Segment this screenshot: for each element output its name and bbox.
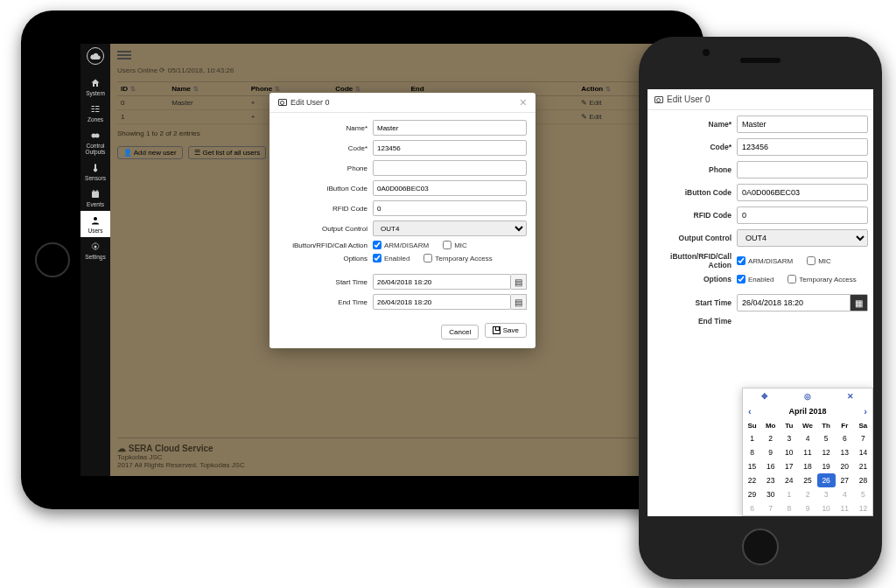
dp-month[interactable]: April 2018 bbox=[788, 407, 826, 416]
rfid-field[interactable] bbox=[373, 200, 527, 216]
dp-day[interactable]: 10 bbox=[780, 445, 798, 459]
dp-day[interactable]: 9 bbox=[761, 445, 780, 459]
dp-day[interactable]: 2 bbox=[761, 431, 780, 445]
label-name: Name bbox=[278, 124, 373, 132]
p-output-select[interactable]: OUT4 bbox=[737, 229, 868, 247]
dp-day[interactable]: 5 bbox=[817, 431, 836, 445]
code-field[interactable] bbox=[373, 140, 527, 156]
p-arm-check[interactable]: ARM/DISARM bbox=[737, 256, 793, 265]
sidebar-item-events[interactable]: Events bbox=[80, 185, 110, 211]
p-phone-field[interactable] bbox=[737, 161, 868, 178]
dp-day[interactable]: 11 bbox=[836, 501, 854, 515]
dp-day[interactable]: 3 bbox=[817, 487, 836, 501]
add-user-button[interactable]: 👤 Add new user bbox=[117, 146, 183, 159]
dp-day[interactable]: 10 bbox=[817, 501, 836, 515]
p-start-field[interactable] bbox=[737, 294, 850, 312]
calendar-icon[interactable]: ▤ bbox=[511, 294, 527, 310]
dp-day[interactable]: 5 bbox=[854, 487, 872, 501]
name-field[interactable] bbox=[373, 120, 527, 136]
dp-day[interactable]: 2 bbox=[798, 487, 816, 501]
ibutton-field[interactable] bbox=[373, 180, 527, 196]
tablet-frame: System Zones Control Outputs Sensors Eve… bbox=[21, 10, 704, 509]
dp-day[interactable]: 1 bbox=[780, 487, 798, 501]
temp-check[interactable]: Temporary Access bbox=[424, 254, 492, 262]
start-field[interactable] bbox=[373, 274, 511, 290]
dp-day[interactable]: 3 bbox=[780, 431, 798, 445]
end-field[interactable] bbox=[373, 294, 511, 310]
dp-day[interactable]: 6 bbox=[836, 431, 854, 445]
cancel-button[interactable]: Cancel bbox=[441, 325, 479, 340]
output-select[interactable]: OUT4 bbox=[373, 220, 527, 236]
calendar-icon[interactable]: ▦ bbox=[850, 294, 868, 312]
sidebar-item-sensors[interactable]: Sensors bbox=[80, 158, 110, 185]
refresh-icon[interactable]: ⟳ bbox=[159, 66, 165, 74]
dp-day[interactable]: 12 bbox=[817, 445, 836, 459]
phone-home-button[interactable] bbox=[742, 528, 779, 565]
hamburger-icon[interactable] bbox=[117, 49, 131, 61]
dp-move-icon[interactable]: ✥ bbox=[761, 392, 768, 401]
dp-day[interactable]: 9 bbox=[798, 501, 816, 515]
label-end: End Time bbox=[278, 298, 373, 306]
dp-day[interactable]: 17 bbox=[780, 459, 798, 473]
dp-day[interactable]: 15 bbox=[743, 459, 761, 473]
dp-day[interactable]: 6 bbox=[743, 501, 761, 515]
dp-close-icon[interactable]: ✕ bbox=[847, 392, 854, 401]
dp-today-icon[interactable]: ◎ bbox=[804, 392, 811, 401]
dp-day[interactable]: 7 bbox=[854, 431, 872, 445]
tablet-home-button[interactable] bbox=[35, 242, 70, 277]
phone-field[interactable] bbox=[373, 160, 527, 176]
p-mic-check[interactable]: MIC bbox=[807, 256, 831, 265]
sidebar-item-zones[interactable]: Zones bbox=[80, 100, 110, 126]
enabled-check[interactable]: Enabled bbox=[373, 254, 410, 262]
dp-day[interactable]: 16 bbox=[761, 459, 780, 473]
save-button[interactable]: Save bbox=[485, 323, 527, 338]
sidebar-item-settings[interactable]: Settings bbox=[80, 237, 110, 263]
p-enabled-check[interactable]: Enabled bbox=[737, 275, 774, 284]
dp-day[interactable]: 13 bbox=[836, 445, 854, 459]
dp-day[interactable]: 7 bbox=[761, 501, 780, 515]
dp-day[interactable]: 4 bbox=[836, 487, 854, 501]
dp-day[interactable]: 29 bbox=[743, 487, 761, 501]
dp-day[interactable]: 11 bbox=[798, 445, 816, 459]
dp-day[interactable]: 21 bbox=[854, 459, 872, 473]
p-code-field[interactable] bbox=[737, 138, 868, 156]
sidebar-item-users[interactable]: Users bbox=[80, 211, 110, 237]
tablet-screen: System Zones Control Outputs Sensors Eve… bbox=[80, 44, 672, 476]
dp-day[interactable]: 23 bbox=[761, 473, 780, 487]
p-ibutton-field[interactable] bbox=[737, 184, 868, 201]
mic-check[interactable]: MIC bbox=[443, 241, 467, 249]
dp-day[interactable]: 27 bbox=[836, 473, 854, 487]
dp-day[interactable]: 24 bbox=[780, 473, 798, 487]
sidebar-item-system[interactable]: System bbox=[80, 74, 110, 100]
calendar-icon[interactable]: ▤ bbox=[511, 274, 527, 290]
p-label-ibutton: iButton Code bbox=[653, 188, 737, 197]
dp-day[interactable]: 28 bbox=[854, 473, 872, 487]
dp-prev-icon[interactable]: ‹ bbox=[748, 406, 752, 416]
dp-grid: SuMoTuWeThFrSa12345678910111213141516171… bbox=[743, 420, 872, 515]
sidebar-item-control-outputs[interactable]: Control Outputs bbox=[80, 126, 110, 158]
dp-day[interactable]: 25 bbox=[798, 473, 816, 487]
dp-day[interactable]: 20 bbox=[836, 459, 854, 473]
get-list-button[interactable]: ☰ Get list of all users bbox=[188, 146, 266, 159]
dp-day[interactable]: 8 bbox=[743, 445, 761, 459]
dp-day[interactable]: 14 bbox=[854, 445, 872, 459]
p-rfid-field[interactable] bbox=[737, 206, 868, 224]
dp-next-icon[interactable]: › bbox=[864, 406, 867, 416]
dp-day[interactable]: 30 bbox=[761, 487, 780, 501]
dp-day[interactable]: 26 bbox=[817, 473, 836, 487]
dp-day[interactable]: 18 bbox=[798, 459, 816, 473]
dp-day[interactable]: 1 bbox=[743, 431, 761, 445]
th-name[interactable]: Name⇅ bbox=[168, 82, 247, 96]
th-id[interactable]: ID⇅ bbox=[117, 82, 168, 96]
close-icon[interactable]: × bbox=[520, 98, 527, 107]
dp-day[interactable]: 8 bbox=[780, 501, 798, 515]
dp-day[interactable]: 19 bbox=[817, 459, 836, 473]
dp-day[interactable]: 4 bbox=[798, 431, 816, 445]
label-start: Start Time bbox=[278, 278, 373, 286]
arm-check[interactable]: ARM/DISARM bbox=[373, 241, 429, 249]
users-online-label: Users Online bbox=[117, 66, 158, 74]
dp-day[interactable]: 12 bbox=[854, 501, 872, 515]
p-temp-check[interactable]: Temporary Access bbox=[788, 275, 856, 284]
dp-day[interactable]: 22 bbox=[743, 473, 761, 487]
p-name-field[interactable] bbox=[737, 116, 868, 133]
